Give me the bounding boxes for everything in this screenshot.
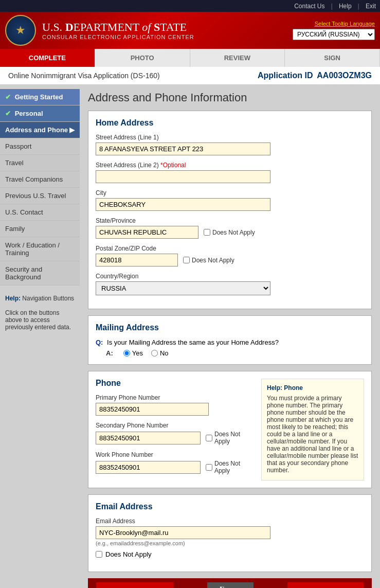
postal-does-not-apply-checkbox[interactable]	[183, 257, 190, 263]
tab-review-label: REVIEW	[224, 54, 250, 62]
street2-group: Street Address (Line 2) *Optional	[96, 162, 364, 183]
postal-row: Does Not Apply	[96, 254, 364, 266]
page-title: Address and Phone Information	[88, 91, 372, 104]
header: ★ U.S. DEPARTMENT of STATE CONSULAR ELEC…	[0, 12, 380, 49]
help-text: Click on the buttons above to access pre…	[5, 309, 71, 331]
app-title: Online Nonimmigrant Visa Application (DS…	[8, 72, 160, 80]
sidebar: ✔ Getting Started ✔ Personal Address and…	[0, 85, 80, 588]
tab-sign[interactable]: SIGN	[285, 49, 380, 67]
sidebar-item-family[interactable]: Family	[0, 221, 80, 237]
sidebar-item-travel-companions[interactable]: Travel Companions	[0, 171, 80, 188]
help-link[interactable]: Help	[339, 3, 352, 10]
secondary-phone-input[interactable]	[96, 432, 201, 444]
department-name: U.S. DEPARTMENT of STATE	[42, 21, 286, 34]
email-does-not-apply-row: Does Not Apply	[96, 550, 364, 558]
next-button[interactable]: Next: Passport ►	[287, 582, 364, 588]
work-phone-row: Does Not Apply	[96, 460, 253, 474]
secondary-phone-row: Does Not Apply	[96, 431, 253, 445]
secondary-does-not-apply-checkbox[interactable]	[206, 435, 212, 441]
sidebar-item-getting-started[interactable]: ✔ Getting Started	[0, 89, 80, 105]
exit-link[interactable]: Exit	[366, 3, 376, 10]
sidebar-label-work-education: Work / Education / Training	[5, 241, 60, 257]
home-address-section: Home Address Street Address (Line 1) Str…	[88, 111, 372, 309]
city-label: City	[96, 189, 364, 197]
sidebar-label-family: Family	[5, 225, 25, 233]
sidebar-item-security-background[interactable]: Security and Background	[0, 261, 80, 286]
q-label: Q:	[96, 338, 103, 346]
primary-phone-input[interactable]	[96, 403, 209, 416]
state-does-not-apply-label: Does Not Apply	[204, 229, 255, 236]
phone-section: Phone Primary Phone Number Secondary Pho…	[88, 371, 372, 488]
street2-input[interactable]	[96, 170, 270, 183]
secondary-phone-label: Secondary Phone Number	[96, 422, 253, 429]
check-icon-personal: ✔	[5, 110, 11, 117]
sidebar-item-address-phone[interactable]: Address and Phone ▶	[0, 122, 80, 138]
tooltip-label: Select Tooltip Language	[315, 21, 375, 27]
sidebar-label-previous-us-travel: Previous U.S. Travel	[5, 192, 66, 200]
email-does-not-apply-checkbox[interactable]	[96, 551, 102, 558]
tooltip-section: Select Tooltip Language РУССКИЙ (RUSSIAN…	[293, 21, 375, 40]
home-address-heading: Home Address	[96, 118, 364, 128]
save-button[interactable]: 💾 Save	[207, 582, 254, 588]
state-input[interactable]	[96, 226, 198, 239]
help-title: Navigation Buttons	[22, 295, 74, 302]
email-hint: (e.g., emailaddress@example.com)	[96, 540, 364, 546]
tab-complete[interactable]: COMPLETE	[0, 49, 95, 67]
phone-help-title: Help: Phone	[267, 384, 358, 391]
postal-does-not-apply-label: Does Not Apply	[183, 257, 234, 264]
content-area: Address and Phone Information Home Addre…	[80, 85, 380, 588]
language-select[interactable]: РУССКИЙ (RUSSIAN)	[293, 29, 375, 40]
mailing-question: Is your Mailing Address the same as your…	[107, 338, 279, 346]
back-button[interactable]: ◄ Back: Personal	[96, 582, 173, 588]
phone-help-box: Help: Phone You must provide a primary p…	[261, 379, 364, 480]
mailing-no-radio[interactable]	[151, 350, 158, 357]
email-section: Email Address Email Address (e.g., email…	[88, 494, 372, 572]
sidebar-item-travel[interactable]: Travel	[0, 155, 80, 171]
sidebar-item-us-contact[interactable]: U.S. Contact	[0, 204, 80, 221]
subtitle: CONSULAR ELECTRONIC APPLICATION CENTER	[42, 34, 286, 40]
main-layout: ✔ Getting Started ✔ Personal Address and…	[0, 85, 380, 588]
street1-input[interactable]	[96, 142, 270, 155]
email-input[interactable]	[96, 526, 270, 539]
city-input[interactable]	[96, 198, 270, 211]
state-does-not-apply-checkbox[interactable]	[204, 229, 210, 236]
work-phone-input[interactable]	[96, 461, 201, 474]
work-phone-group: Work Phone Number Does Not Apply	[96, 451, 253, 474]
mailing-yes-radio[interactable]	[123, 350, 130, 357]
tab-photo-label: PHOTO	[131, 54, 154, 62]
email-heading: Email Address	[96, 502, 364, 511]
city-group: City	[96, 189, 364, 211]
check-icon: ✔	[5, 93, 11, 101]
app-id-bar: Online Nonimmigrant Visa Application (DS…	[0, 67, 380, 85]
header-title: U.S. DEPARTMENT of STATE CONSULAR ELECTR…	[42, 21, 286, 40]
bottom-nav: ◄ Back: Personal 💾 Save Next: Passport ►	[88, 578, 372, 588]
contact-us-link[interactable]: Contact Us	[294, 3, 324, 10]
country-group: Country/Region RUSSIA	[96, 273, 364, 295]
sidebar-item-previous-us-travel[interactable]: Previous U.S. Travel	[0, 188, 80, 204]
country-select[interactable]: RUSSIA	[96, 281, 270, 295]
primary-phone-label: Primary Phone Number	[96, 394, 253, 401]
phone-help-text: You must provide a primary phone number.…	[267, 395, 358, 474]
email-does-not-apply-label: Does Not Apply	[105, 550, 152, 558]
secondary-does-not-apply-label: Does Not Apply	[206, 431, 253, 445]
work-does-not-apply-checkbox[interactable]	[206, 464, 212, 471]
mailing-address-heading: Mailing Address	[96, 323, 364, 332]
app-id-value: AA003OZM3G	[317, 71, 372, 80]
sidebar-label-travel-companions: Travel Companions	[5, 175, 63, 183]
sidebar-item-personal[interactable]: ✔ Personal	[0, 105, 80, 122]
mailing-yes-option[interactable]: Yes	[123, 349, 143, 357]
postal-label: Postal Zone/ZIP Code	[96, 245, 364, 252]
state-row: Does Not Apply	[96, 226, 364, 239]
mailing-no-option[interactable]: No	[151, 349, 169, 357]
tab-review[interactable]: REVIEW	[190, 49, 285, 67]
sidebar-label-us-contact: U.S. Contact	[5, 208, 43, 216]
postal-input[interactable]	[96, 254, 178, 266]
country-label: Country/Region	[96, 273, 364, 280]
optional-badge: *Optional	[160, 162, 186, 169]
tab-photo[interactable]: PHOTO	[95, 49, 190, 67]
sidebar-item-work-education[interactable]: Work / Education / Training	[0, 237, 80, 261]
state-label: State/Province	[96, 217, 364, 224]
sidebar-item-passport[interactable]: Passport	[0, 138, 80, 155]
mailing-yes-label: Yes	[132, 349, 143, 357]
sidebar-label-getting-started: Getting Started	[15, 93, 63, 101]
